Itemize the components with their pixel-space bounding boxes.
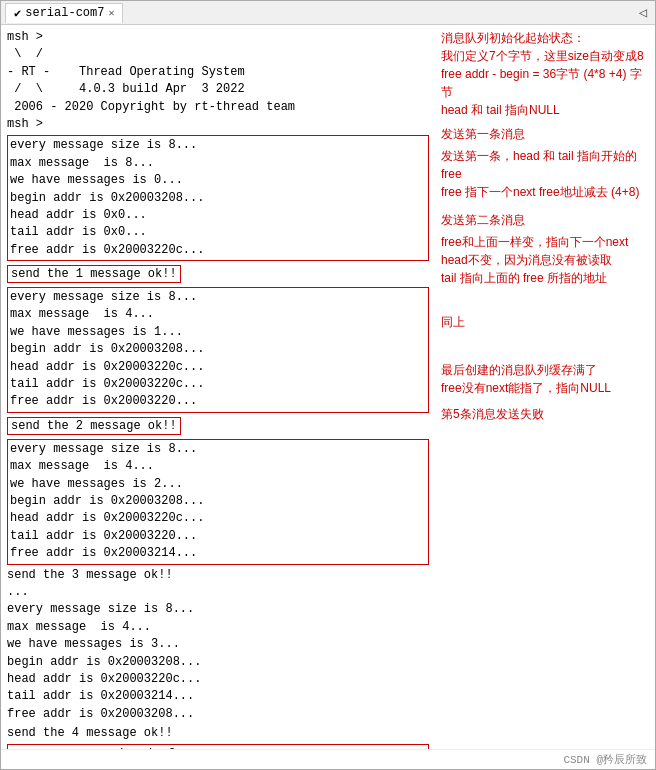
b1-l5: head addr is 0x0... <box>10 207 426 224</box>
ann2: 发送第一条消息 <box>441 125 649 143</box>
ann5-l1: free和上面一样变，指向下一个next <box>441 233 649 251</box>
send4-line: send the 4 message ok!! <box>7 725 429 742</box>
collapse-button[interactable]: ◁ <box>639 4 651 21</box>
b3-l2: max message is 4... <box>10 458 426 475</box>
content-area: msh > \ / - RT - Thread Operating System… <box>1 25 655 749</box>
b2-l7: free addr is 0x20003220... <box>10 393 426 410</box>
b4-l6: tail addr is 0x20003214... <box>7 688 429 705</box>
ann3-l2: free 指下一个next free地址减去 (4+8) <box>441 183 649 201</box>
b3-l4: begin addr is 0x20003208... <box>10 493 426 510</box>
b1-l7: free addr is 0x20003220c... <box>10 242 426 259</box>
block1: every message size is 8... max message i… <box>7 135 429 261</box>
ann1-title: 消息队列初始化起始状态： <box>441 29 649 47</box>
send2-container: send the 2 message ok!! <box>7 415 429 437</box>
ann3-l1: 发送第一条，head 和 tail 指向开始的 free <box>441 147 649 183</box>
ann7-title: 最后创建的消息队列缓存满了 <box>441 361 649 379</box>
send4-container: send the 4 message ok!! <box>7 725 429 742</box>
annotations-panel: 消息队列初始化起始状态： 我们定义7个字节，这里size自动变成8 free a… <box>435 25 655 749</box>
ann7-l1: free没有next能指了，指向NULL <box>441 379 649 397</box>
b3-l7: free addr is 0x20003214... <box>10 545 426 562</box>
main-window: ✔ serial-com7 ✕ ◁ msh > \ / - RT - Threa… <box>0 0 656 770</box>
footer-text: CSDN @矜辰所致 <box>563 754 647 766</box>
ann5: free和上面一样变，指向下一个next head不变，因为消息没有被读取 ta… <box>441 233 649 287</box>
b5-l1: every message size is 8... <box>10 746 426 749</box>
b2-l2: max message is 4... <box>10 306 426 323</box>
b2-l4: begin addr is 0x20003208... <box>10 341 426 358</box>
serial-tab[interactable]: ✔ serial-com7 ✕ <box>5 3 123 23</box>
boot-line-5: 2006 - 2020 Copyright by rt-thread team <box>7 99 429 116</box>
block2: every message size is 8... max message i… <box>7 287 429 413</box>
ann4-title: 发送第二条消息 <box>441 211 649 229</box>
b1-l1: every message size is 8... <box>10 137 426 154</box>
titlebar: ✔ serial-com7 ✕ ◁ <box>1 1 655 25</box>
ann6: 同上 <box>441 313 649 331</box>
b4-l3: we have messages is 3... <box>7 636 429 653</box>
ann1-l2: free addr - begin = 36字节 (4*8 +4) 字节 <box>441 65 649 101</box>
boot-line-6: msh > <box>7 116 429 133</box>
b4-l2: max message is 4... <box>7 619 429 636</box>
send3-container: send the 3 message ok!! ... every messag… <box>7 567 429 724</box>
b1-l3: we have messages is 0... <box>10 172 426 189</box>
ann5-l3: tail 指向上面的 free 所指的地址 <box>441 269 649 287</box>
block3: every message size is 8... max message i… <box>7 439 429 565</box>
b4-l1: every message size is 8... <box>7 601 429 618</box>
send3-dots: ... <box>7 584 429 601</box>
b4-l4: begin addr is 0x20003208... <box>7 654 429 671</box>
boot-line-4: / \ 4.0.3 build Apr 3 2022 <box>7 81 429 98</box>
boot-line-2: \ / <box>7 46 429 63</box>
ann1-l1: 我们定义7个字节，这里size自动变成8 <box>441 47 649 65</box>
b2-l6: tail addr is 0x20003220c... <box>10 376 426 393</box>
b3-l5: head addr is 0x20003220c... <box>10 510 426 527</box>
send1-line: send the 1 message ok!! <box>7 265 181 283</box>
send2-line: send the 2 message ok!! <box>7 417 181 435</box>
titlebar-left: ✔ serial-com7 ✕ <box>5 3 123 23</box>
send3-line: send the 3 message ok!! <box>7 567 429 584</box>
boot-line-1: msh > <box>7 29 429 46</box>
ann2-title: 发送第一条消息 <box>441 125 649 143</box>
b2-l3: we have messages is 1... <box>10 324 426 341</box>
ann1-l3: head 和 tail 指向NULL <box>441 101 649 119</box>
tab-label: serial-com7 <box>25 6 104 20</box>
ann8-text: 第5条消息发送失败 <box>441 405 649 423</box>
ann5-l2: head不变，因为消息没有被读取 <box>441 251 649 269</box>
ann3: 发送第一条，head 和 tail 指向开始的 free free 指下一个ne… <box>441 147 649 201</box>
boot-line-3: - RT - Thread Operating System <box>7 64 429 81</box>
b3-l3: we have messages is 2... <box>10 476 426 493</box>
footer: CSDN @矜辰所致 <box>1 749 655 769</box>
ann8: 第5条消息发送失败 <box>441 405 649 423</box>
b2-l1: every message size is 8... <box>10 289 426 306</box>
ann7: 最后创建的消息队列缓存满了 free没有next能指了，指向NULL <box>441 361 649 397</box>
send1-container: send the 1 message ok!! <box>7 263 429 285</box>
ann1: 消息队列初始化起始状态： 我们定义7个字节，这里size自动变成8 free a… <box>441 29 649 119</box>
b4-l5: head addr is 0x20003220c... <box>7 671 429 688</box>
b3-l1: every message size is 8... <box>10 441 426 458</box>
b1-l6: tail addr is 0x0... <box>10 224 426 241</box>
b1-l2: max message is 8... <box>10 155 426 172</box>
ann6-text: 同上 <box>441 313 649 331</box>
b4-l7: free addr is 0x20003208... <box>7 706 429 723</box>
block5: every message size is 8... max message i… <box>7 744 429 749</box>
b1-l4: begin addr is 0x20003208... <box>10 190 426 207</box>
tab-icon: ✔ <box>14 6 21 21</box>
terminal-output[interactable]: msh > \ / - RT - Thread Operating System… <box>1 25 435 749</box>
ann4: 发送第二条消息 <box>441 211 649 229</box>
tab-close-button[interactable]: ✕ <box>108 7 114 19</box>
b3-l6: tail addr is 0x20003220... <box>10 528 426 545</box>
b2-l5: head addr is 0x20003220c... <box>10 359 426 376</box>
